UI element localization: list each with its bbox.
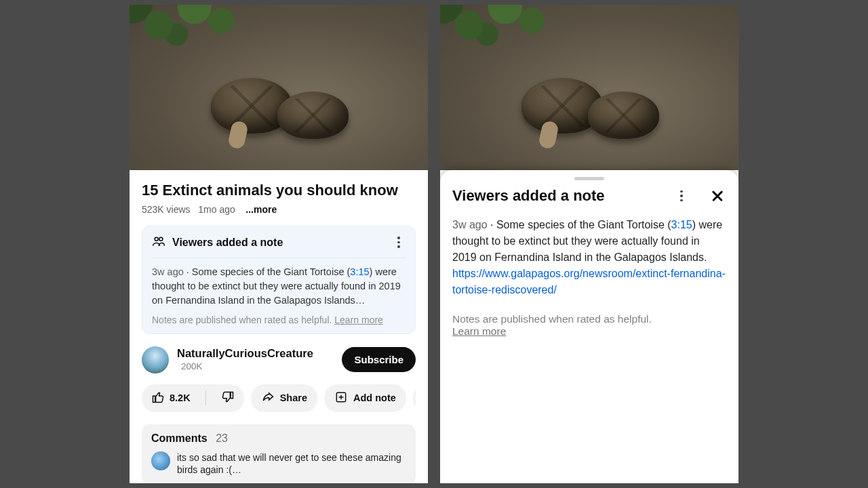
viewer-note-card[interactable]: Viewers added a note 3w ago · Some speci… [142, 226, 416, 334]
comments-count: 23 [216, 432, 228, 444]
video-meta[interactable]: 523K views 1mo ago ...more [142, 204, 416, 215]
note-card-menu-button[interactable] [392, 236, 406, 249]
note-sheet-screenshot: Viewers added a note 3w ago · Some speci… [440, 5, 738, 483]
save-button[interactable]: Sa [413, 384, 416, 412]
note-timestamp-link[interactable]: 3:15 [350, 266, 369, 277]
sheet-menu-button[interactable] [675, 189, 688, 203]
svg-point-1 [159, 237, 163, 241]
video-thumbnail[interactable] [440, 5, 738, 170]
comment-preview: its so sad that we will never get to see… [177, 451, 406, 477]
learn-more-link[interactable]: Learn more [334, 314, 383, 325]
sheet-title: Viewers added a note [452, 187, 668, 205]
more-link[interactable]: ...more [245, 204, 277, 215]
sheet-footer: Notes are published when rated as helpfu… [452, 313, 726, 338]
channel-row[interactable]: NaturallyCuriousCreature 200K Subscribe [142, 346, 416, 373]
sheet-body: 3w ago · Some species of the Giant Torto… [452, 217, 726, 298]
dislike-button[interactable] [212, 384, 244, 412]
comments-label: Comments [151, 432, 208, 444]
like-count: 8.2K [170, 392, 191, 403]
sheet-learn-more-link[interactable]: Learn more [452, 325, 506, 337]
note-card-title: Viewers added a note [172, 237, 385, 249]
viewer-note-sheet: Viewers added a note 3w ago · Some speci… [440, 170, 738, 483]
sheet-source-link[interactable]: https://www.galapagos.org/newsroom/extin… [452, 268, 726, 296]
people-icon [152, 235, 165, 251]
share-button[interactable]: Share [251, 384, 317, 412]
watch-page-screenshot: 15 Extinct animals you should know 523K … [130, 5, 428, 483]
add-note-button[interactable]: Add note [324, 384, 406, 412]
svg-point-0 [155, 237, 158, 241]
sheet-timestamp-link[interactable]: 3:15 [671, 219, 692, 230]
view-count: 523K views [142, 204, 191, 215]
add-note-icon [334, 390, 348, 406]
note-card-body: 3w ago · Some species of the Giant Torto… [152, 258, 406, 308]
subscribe-button[interactable]: Subscribe [342, 347, 416, 372]
upload-age: 1mo ago [198, 204, 235, 215]
sheet-grabber[interactable] [574, 177, 604, 180]
channel-name[interactable]: NaturallyCuriousCreature [177, 347, 313, 359]
commenter-avatar[interactable] [151, 451, 170, 470]
thumb-up-icon [151, 390, 165, 406]
action-row: 8.2K Share Add note [142, 384, 416, 412]
like-button[interactable]: 8.2K [142, 384, 200, 412]
close-icon[interactable] [709, 187, 726, 205]
thumb-down-icon [221, 390, 235, 406]
like-dislike-pill[interactable]: 8.2K [142, 384, 244, 412]
channel-subs: 200K [181, 361, 203, 371]
video-thumbnail[interactable] [130, 5, 428, 170]
channel-avatar[interactable] [142, 346, 169, 373]
share-icon [261, 390, 275, 406]
note-card-footer: Notes are published when rated as helpfu… [152, 314, 406, 325]
video-title: 15 Extinct animals you should know [142, 181, 416, 200]
sheet-note-age: 3w ago [452, 219, 488, 230]
note-age: 3w ago [152, 266, 184, 277]
comments-card[interactable]: Comments 23 its so sad that we will neve… [142, 424, 416, 483]
